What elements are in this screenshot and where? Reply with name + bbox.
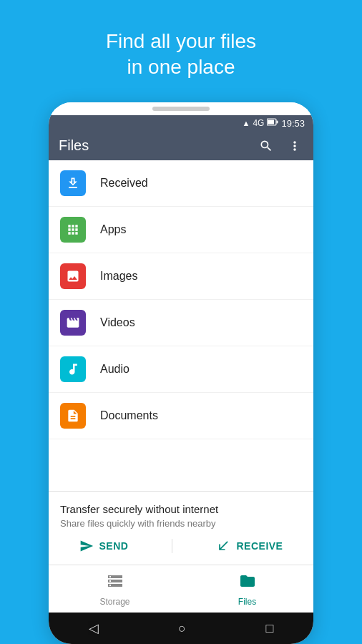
storage-nav-label: Storage (99, 597, 129, 607)
audio-icon (60, 356, 86, 382)
hero-line2: in one place (127, 56, 235, 78)
hero-line1: Find all your files (106, 30, 256, 52)
send-button[interactable]: SEND (79, 539, 129, 553)
svg-rect-1 (268, 120, 274, 125)
send-label: SEND (99, 540, 129, 552)
apps-label: Apps (100, 223, 126, 236)
receive-label: RECEIVE (236, 540, 283, 552)
videos-label: Videos (100, 316, 135, 329)
system-bar: ◁ ○ □ (49, 613, 313, 644)
files-nav-icon (239, 572, 256, 594)
more-options-button[interactable] (286, 137, 303, 155)
received-icon (60, 170, 86, 196)
recent-button[interactable]: □ (265, 621, 273, 636)
phone-frame: ▲ 4G 19:53 Files (49, 102, 313, 644)
status-icons: ▲ 4G 19:53 (243, 118, 305, 129)
nav-storage[interactable]: Storage (49, 565, 181, 613)
signal-icon: ▲ (243, 119, 250, 127)
network-label: 4G (253, 118, 264, 128)
phone-notch (49, 102, 313, 115)
battery-icon (267, 118, 278, 128)
documents-label: Documents (100, 409, 158, 422)
images-icon (60, 263, 86, 289)
hero-text: Find all your files in one place (106, 29, 256, 81)
list-item[interactable]: Documents (49, 393, 313, 439)
search-button[interactable] (258, 137, 275, 155)
file-list: Received Apps Images (49, 160, 313, 491)
list-item[interactable]: Audio (49, 346, 313, 393)
images-label: Images (100, 270, 137, 283)
received-label: Received (100, 177, 148, 190)
transfer-title: Transfer securely without internet (60, 503, 302, 515)
toolbar: Files (49, 132, 313, 160)
documents-icon (60, 403, 86, 429)
transfer-section: Transfer securely without internet Share… (49, 491, 313, 565)
status-bar: ▲ 4G 19:53 (49, 115, 313, 132)
list-item[interactable]: Apps (49, 207, 313, 253)
nav-files[interactable]: Files (181, 565, 313, 613)
list-item[interactable]: Videos (49, 300, 313, 346)
files-nav-label: Files (238, 597, 256, 607)
list-item[interactable]: Images (49, 253, 313, 300)
time-label: 19:53 (281, 118, 305, 129)
back-button[interactable]: ◁ (89, 620, 99, 636)
toolbar-title: Files (59, 137, 246, 154)
svg-rect-2 (277, 121, 278, 124)
receive-button[interactable]: RECEIVE (216, 539, 283, 553)
apps-icon (60, 217, 86, 243)
bottom-nav: Storage Files (49, 565, 313, 613)
transfer-buttons: SEND RECEIVE (60, 539, 302, 553)
transfer-subtitle: Share files quickly with friends nearby (60, 518, 302, 529)
videos-icon (60, 310, 86, 336)
list-item[interactable]: Received (49, 160, 313, 207)
home-button[interactable]: ○ (178, 621, 186, 636)
audio-label: Audio (100, 363, 129, 376)
notch-bar (152, 107, 210, 111)
storage-nav-icon (107, 572, 124, 594)
